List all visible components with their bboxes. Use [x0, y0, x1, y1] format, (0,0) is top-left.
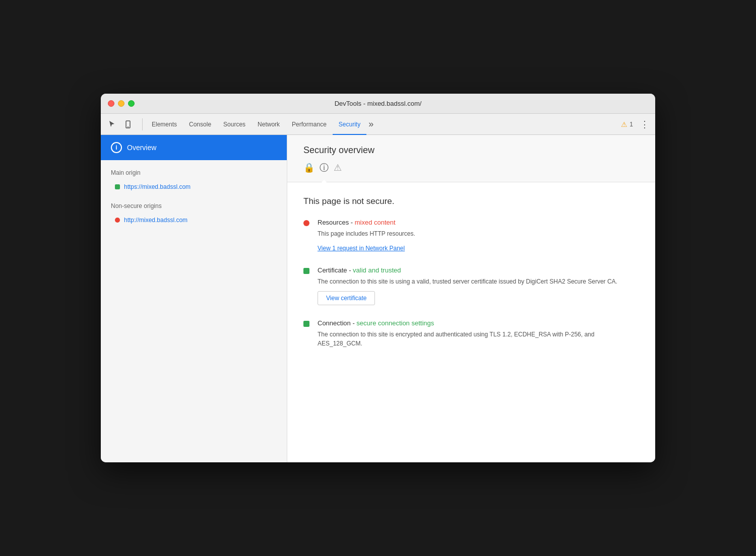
certificate-title: Certificate - valid and trusted — [318, 266, 639, 274]
warning-triangle-icon: ⚠ — [334, 162, 342, 173]
traffic-lights — [108, 100, 135, 107]
security-header: Security overview 🔒 ⓘ ⚠ — [287, 135, 655, 182]
certificate-desc: The connection to this site is using a v… — [318, 277, 639, 286]
resources-red-dot — [303, 220, 309, 226]
certificate-green-sq — [303, 268, 309, 274]
tab-sources[interactable]: Sources — [217, 114, 251, 135]
toolbar-divider — [142, 118, 143, 130]
security-overview-title: Security overview — [303, 145, 639, 156]
connection-item: Connection - secure connection settings … — [303, 319, 639, 353]
more-tabs-button[interactable]: » — [366, 119, 375, 129]
connection-green-sq — [303, 321, 309, 327]
more-menu-button[interactable]: ⋮ — [637, 117, 651, 131]
window-title: DevTools - mixed.badssl.com/ — [335, 100, 422, 107]
resources-desc: This page includes HTTP resources. — [318, 229, 639, 238]
toolbar-right: ⚠ 1 ⋮ — [621, 117, 651, 131]
warning-icon: ⚠ — [621, 120, 627, 128]
titlebar: DevTools - mixed.badssl.com/ — [101, 94, 655, 114]
cursor-icon[interactable] — [105, 117, 119, 131]
lock-icon: 🔒 — [303, 162, 314, 173]
tab-network[interactable]: Network — [251, 114, 286, 135]
content-body: This page is not secure. Resources - mix… — [287, 182, 655, 381]
devtools-toolbar: Elements Console Sources Network Perform… — [101, 114, 655, 135]
security-icons-row: 🔒 ⓘ ⚠ — [303, 162, 639, 174]
tab-performance[interactable]: Performance — [286, 114, 333, 135]
warning-badge[interactable]: ⚠ 1 — [621, 120, 633, 128]
connection-desc: The connection to this site is encrypted… — [318, 330, 639, 348]
overview-item[interactable]: i Overview — [101, 135, 287, 160]
content-area: Security overview 🔒 ⓘ ⚠ This page is not… — [287, 135, 655, 462]
maximize-button[interactable] — [128, 100, 135, 107]
resources-title: Resources - mixed content — [318, 219, 639, 226]
red-dot-icon — [115, 218, 120, 223]
tab-console[interactable]: Console — [183, 114, 217, 135]
non-secure-origin-url[interactable]: http://mixed.badssl.com — [124, 217, 187, 224]
connection-title: Connection - secure connection settings — [318, 319, 639, 327]
tab-security[interactable]: Security — [333, 114, 366, 135]
resources-content: Resources - mixed content This page incl… — [318, 219, 639, 252]
green-dot-icon — [115, 184, 120, 189]
minimize-button[interactable] — [118, 100, 124, 107]
close-button[interactable] — [108, 100, 114, 107]
main-origin-label: Main origin — [101, 160, 287, 180]
overview-label: Overview — [127, 144, 156, 152]
non-secure-origins-label: Non-secure origins — [101, 193, 287, 214]
overview-info-icon: i — [111, 142, 122, 153]
view-certificate-button[interactable]: View certificate — [318, 291, 375, 305]
mobile-icon[interactable] — [121, 117, 135, 131]
view-network-panel-link[interactable]: View 1 request in Network Panel — [318, 245, 405, 252]
main-content: i Overview Main origin https://mixed.bad… — [101, 135, 655, 462]
tab-elements[interactable]: Elements — [146, 114, 183, 135]
not-secure-heading: This page is not secure. — [303, 196, 639, 206]
certificate-item: Certificate - valid and trusted The conn… — [303, 266, 639, 305]
non-secure-origin-item[interactable]: http://mixed.badssl.com — [101, 214, 287, 227]
active-caret — [320, 180, 328, 184]
info-circle-icon[interactable]: ⓘ — [320, 162, 329, 174]
connection-content: Connection - secure connection settings … — [318, 319, 639, 353]
devtools-window: DevTools - mixed.badssl.com/ Elements Co… — [101, 94, 655, 462]
toolbar-icons — [105, 117, 135, 131]
sidebar: i Overview Main origin https://mixed.bad… — [101, 135, 287, 462]
resources-item: Resources - mixed content This page incl… — [303, 219, 639, 252]
certificate-content: Certificate - valid and trusted The conn… — [318, 266, 639, 305]
main-origin-item[interactable]: https://mixed.badssl.com — [101, 180, 287, 193]
main-origin-url[interactable]: https://mixed.badssl.com — [124, 183, 191, 190]
